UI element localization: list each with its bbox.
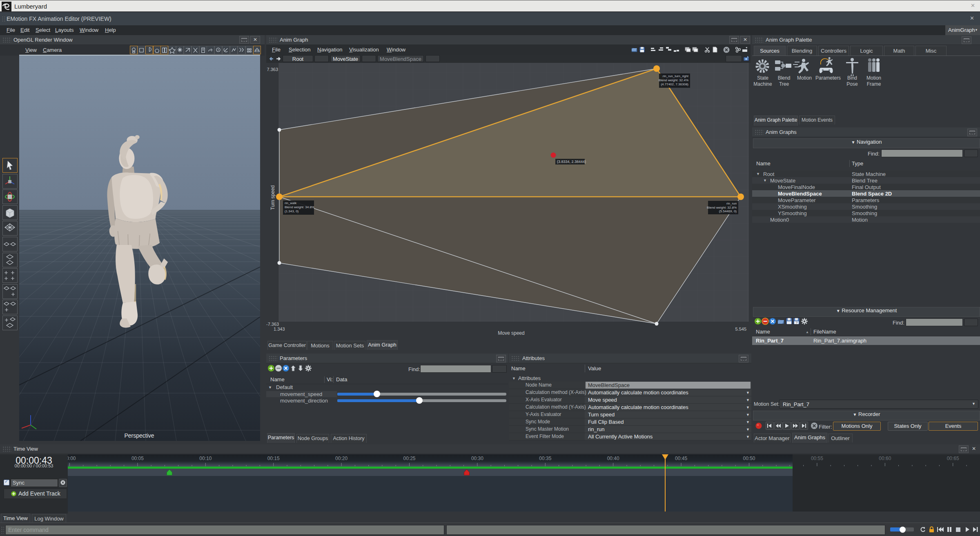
svg-text:?: ? [796, 321, 798, 325]
svg-text:00:65: 00:65 [947, 456, 959, 461]
svg-text:Bind: Bind [847, 75, 857, 81]
svg-text:Machine: Machine [753, 81, 772, 87]
svg-text:(4.77402, 7.36308): (4.77402, 7.36308) [661, 82, 688, 86]
svg-text:Parameters: Parameters [815, 75, 841, 81]
svg-text:rin_run: rin_run [726, 202, 737, 205]
svg-text:Turn speed: Turn speed [270, 185, 276, 210]
svg-text:rin_run_turn_right: rin_run_turn_right [663, 74, 689, 78]
svg-text:Blend: Blend [778, 75, 791, 81]
svg-text:(1.343, 0): (1.343, 0) [285, 209, 299, 213]
svg-text:00:10: 00:10 [199, 456, 212, 461]
svg-text:00:35: 00:35 [539, 456, 551, 461]
svg-text:00:45: 00:45 [675, 456, 687, 461]
svg-text:00:20: 00:20 [335, 456, 347, 461]
svg-text:Motion: Motion [866, 75, 881, 81]
svg-text:(5.54469, 0): (5.54469, 0) [719, 209, 737, 213]
svg-text:00:25: 00:25 [403, 456, 415, 461]
svg-text:(3.8334, 2.38444): (3.8334, 2.38444) [557, 160, 586, 164]
svg-text:00:40: 00:40 [607, 456, 619, 461]
svg-text:Frame: Frame [867, 81, 881, 87]
svg-text:Pose: Pose [846, 81, 858, 87]
svg-text:Motion: Motion [797, 75, 812, 81]
svg-text:00:60: 00:60 [879, 456, 891, 461]
svg-text:5.545: 5.545 [735, 327, 746, 331]
svg-text:Move speed: Move speed [498, 330, 524, 336]
svg-text:rin_walk: rin_walk [285, 201, 297, 205]
svg-text:7.363: 7.363 [267, 67, 278, 72]
svg-text:Blend weight: 32.4%: Blend weight: 32.4% [659, 78, 688, 82]
svg-text:-7.363: -7.363 [266, 322, 279, 327]
svg-text:1.343: 1.343 [274, 327, 285, 331]
svg-text:State: State [757, 75, 768, 81]
svg-text:00:30: 00:30 [471, 456, 483, 461]
svg-text:00:05: 00:05 [131, 456, 144, 461]
svg-text:00:50: 00:50 [743, 456, 755, 461]
svg-text:Blend weight: 32.8%: Blend weight: 32.8% [707, 206, 737, 209]
svg-text:00:15: 00:15 [267, 456, 280, 461]
svg-text:00:55: 00:55 [811, 456, 823, 461]
svg-text:Perspective: Perspective [124, 432, 154, 439]
svg-text:00:00: 00:00 [68, 456, 76, 461]
svg-text:Tree: Tree [779, 81, 789, 87]
svg-text:Blend weight: 34.8%: Blend weight: 34.8% [285, 205, 314, 209]
